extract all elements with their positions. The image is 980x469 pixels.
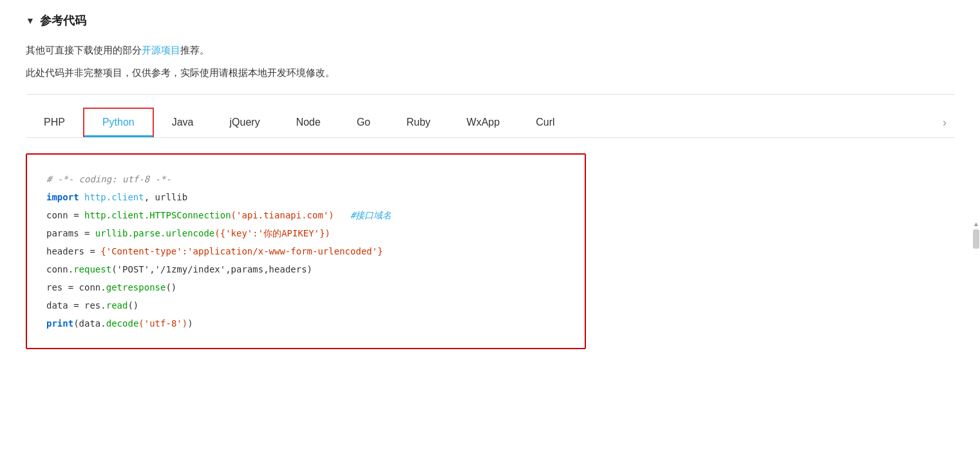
code-line-5: headers = {'Content-type':'application/x…: [46, 242, 565, 260]
code-content: # -*- coding: utf-8 -*- import http.clie…: [46, 170, 565, 332]
code-line-3: conn = http.client.HTTPSConnection('api.…: [46, 206, 565, 224]
tab-python[interactable]: Python: [83, 108, 154, 137]
code-line-8: data = res.read(): [46, 296, 565, 314]
divider: [26, 94, 954, 95]
tab-node[interactable]: Node: [278, 109, 339, 136]
code-line-6: conn.request('POST','/1zmy/index',params…: [46, 260, 565, 278]
tab-curl[interactable]: Curl: [518, 109, 572, 136]
code-line-1: # -*- coding: utf-8 -*-: [46, 170, 565, 188]
tab-go[interactable]: Go: [339, 109, 388, 136]
code-line-4: params = urllib.parse.urlencode({'key':'…: [46, 224, 565, 242]
tab-java[interactable]: Java: [154, 109, 212, 136]
collapse-triangle[interactable]: ▼: [26, 15, 35, 26]
scrollbar-thumb[interactable]: [973, 229, 979, 249]
desc-text-after: 推荐。: [180, 44, 209, 55]
code-line-7: res = conn.getresponse(): [46, 278, 565, 296]
section-title: 参考代码: [40, 13, 86, 28]
code-line-2: import http.client, urllib: [46, 188, 565, 206]
scrollbar-arrow-up[interactable]: ▲: [972, 219, 980, 229]
desc-text-2: 此处代码并非完整项目，仅供参考，实际使用请根据本地开发环境修改。: [26, 67, 335, 78]
description-line-1: 其他可直接下载使用的部分开源项目推荐。: [26, 41, 954, 59]
desc-text-before: 其他可直接下载使用的部分: [26, 44, 142, 55]
section-header: ▼ 参考代码: [26, 13, 954, 28]
code-line-9: print(data.decode('utf-8')): [46, 314, 565, 332]
open-source-link[interactable]: 开源项目: [142, 44, 180, 55]
code-block: # -*- coding: utf-8 -*- import http.clie…: [26, 153, 586, 349]
tab-php[interactable]: PHP: [26, 109, 83, 136]
tab-ruby[interactable]: Ruby: [388, 109, 448, 136]
scrollbar-area[interactable]: ▲: [972, 219, 980, 412]
description-line-2: 此处代码并非完整项目，仅供参考，实际使用请根据本地开发环境修改。: [26, 64, 954, 81]
tab-next-arrow[interactable]: ›: [935, 111, 954, 135]
tab-jquery[interactable]: jQuery: [212, 109, 278, 136]
tab-wxapp[interactable]: WxApp: [449, 109, 518, 136]
tabs-container: PHP Python Java jQuery Node Go Ruby WxAp…: [26, 108, 954, 138]
